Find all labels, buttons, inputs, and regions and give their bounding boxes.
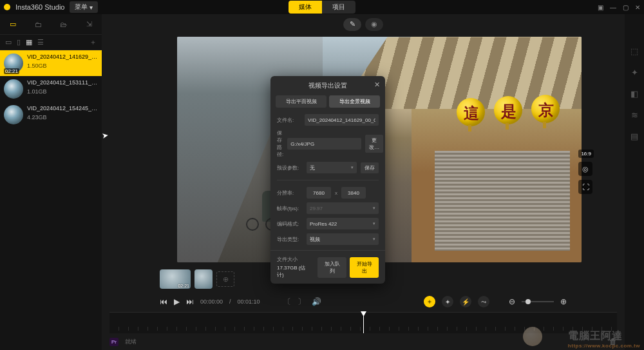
label-resolution: 分辨率: [277,190,303,197]
input-res-height[interactable] [341,187,366,199]
tab-project[interactable]: 项目 [322,1,355,14]
clip-thumbnail[interactable] [194,269,213,289]
status-bar: Pr 就绪 🗑 [102,333,625,350]
add-media-icon[interactable]: ＋ [90,37,97,47]
input-res-width[interactable] [307,187,331,199]
modal-close-icon[interactable]: ✕ [374,81,380,89]
lantern-glyph: 京 [538,100,554,121]
label-codec: 编码格式: [277,220,303,228]
add-clip-button[interactable]: ⊕ [216,271,234,287]
prev-frame-icon[interactable]: ⏮ [160,297,167,306]
select-export-type[interactable]: 视频▾ [307,233,379,245]
save-preset-button[interactable]: 保存 [361,162,379,173]
view-card-icon[interactable]: ▭ [5,38,12,46]
export-settings-modal: 视频导出设置 ✕ 导出平面视频 导出全景视频 文件名: 保存路径: 更改… 预设… [270,76,385,284]
maximize-icon[interactable]: ▢ [623,4,629,11]
rail-color-icon[interactable]: ◧ [630,89,638,99]
menu-label: 菜单 [75,3,88,12]
change-path-button[interactable]: 更改… [365,135,383,153]
media-duration: 02:21 [4,68,19,74]
modal-footer: 文件大小 17.37GB (估计) 加入队列 开始导出 [270,250,385,284]
add-to-queue-button[interactable]: 加入队列 [317,257,346,278]
effects-icon[interactable]: ✦ [442,296,453,307]
menu-button[interactable]: 菜单 ▾ [70,1,98,13]
media-list: 02:21 VID_20240412_141629_00_019.insv 1.… [0,50,102,350]
export-type-tabs: 导出平面视频 导出全景视频 [270,95,385,113]
tab-export-icon[interactable]: ⇲ [77,20,102,28]
media-thumb-icon [4,79,23,99]
mark-in-icon[interactable]: 〔 [283,297,291,307]
right-rail: ⬚ ✦ ◧ ≋ ▤ [625,14,644,350]
minimize-icon[interactable]: — [610,4,616,11]
layout-icon[interactable]: ▣ [598,4,603,11]
keyframe-add-icon[interactable]: ＋ [424,296,435,307]
zoom-in-icon[interactable]: ⊕ [560,297,567,306]
select-fps[interactable]: 29.97▾ [307,202,379,214]
window-controls: ▣ — ▢ ✕ [598,4,640,11]
label-preset: 预设参数: [277,164,303,171]
tab-folder-icon[interactable]: 🗀 [26,21,52,28]
rail-export-icon[interactable]: ⬚ [630,46,638,56]
rail-plugin-icon[interactable]: ✦ [631,68,638,77]
mark-out-icon[interactable]: 〕 [298,297,305,307]
media-filesize: 4.23GB [27,114,98,121]
label-fps: 帧率(fps): [277,205,303,212]
view-mode-icon[interactable]: ◉ [365,18,383,31]
chevron-down-icon: ▾ [373,237,375,242]
playback-controls: ⏮ ▶ ⏭ 00:00:00 / 00:01:10 〔 〕 🔊 ＋ ✦ ⚡ ⤳ … [102,293,625,311]
view-list-icon[interactable]: ☰ [37,38,44,46]
close-icon[interactable]: ✕ [635,4,640,11]
tab-panorama-video[interactable]: 导出全景视频 [329,95,380,108]
aspect-ratio-badge[interactable]: 16:9 [578,150,594,158]
view-thumb-icon[interactable]: ▯ [17,38,21,46]
view-grid-icon[interactable]: ▦ [26,38,32,46]
preview-overlay-controls: 16:9 ◎ ⛶ [578,150,594,194]
media-item[interactable]: 02:21 VID_20240412_141629_00_019.insv 1.… [0,50,102,76]
tab-flat-video[interactable]: 导出平面视频 [276,95,327,108]
fullscreen-icon[interactable]: ⛶ [578,180,592,194]
sidebar: ▭ 🗀 🗁 ⇲ ▭ ▯ ▦ ☰ ＋ 02:21 VID_20240412_141… [0,14,102,350]
premiere-plugin-icon[interactable]: Pr [109,338,118,346]
playhead[interactable] [363,313,364,333]
media-item[interactable]: VID_20240412_153111_00_039.insv 1.01GB [0,76,102,102]
input-savepath[interactable] [287,138,361,150]
clip-thumbnail[interactable]: 02:21 [160,269,191,289]
tab-folder2-icon[interactable]: 🗁 [51,21,77,28]
media-filesize: 1.01GB [27,88,98,95]
start-export-button[interactable]: 开始导出 [350,257,379,278]
next-frame-icon[interactable]: ⏭ [186,297,194,306]
edit-mode-icon[interactable]: ✎ [343,18,361,31]
zoom-out-icon[interactable]: ⊖ [509,297,515,306]
tab-media[interactable]: 媒体 [289,1,322,14]
select-codec[interactable]: ProRes 422▾ [307,218,379,229]
chevron-down-icon: ▾ [373,221,375,226]
chevron-down-icon: ▾ [90,4,93,11]
volume-icon[interactable]: 🔊 [312,297,321,306]
lantern-glyph: 是 [501,101,516,122]
label-filename: 文件名: [277,117,301,124]
recenter-icon[interactable]: ◎ [578,162,592,176]
input-filename[interactable] [305,114,379,126]
select-preset[interactable]: 无▾ [307,162,357,173]
play-icon[interactable]: ▶ [174,297,180,306]
scene-shutter [435,151,570,251]
tab-image-icon[interactable]: ▭ [0,20,26,28]
label-export-type: 导出类型: [277,236,303,243]
trash-icon[interactable]: 🗑 [609,337,617,346]
media-filename: VID_20240412_141629_00_019.insv [27,53,98,60]
rail-adjust-icon[interactable]: ≋ [631,110,638,120]
media-item[interactable]: VID_20240412_154245_00_042.insv 4.23GB [0,102,102,128]
app-title: Insta360 Studio [15,3,64,11]
modal-header: 视频导出设置 ✕ [270,76,385,95]
x-separator: x [335,190,337,196]
rail-layers-icon[interactable]: ▤ [630,131,638,141]
zoom-slider[interactable] [522,301,554,302]
modal-title: 视频导出设置 [308,81,347,90]
filesize-value: 17.37GB (估计) [277,264,311,278]
media-filesize: 1.50GB [27,63,98,69]
timeline[interactable] [109,312,617,333]
flash-icon[interactable]: ⚡ [460,296,471,307]
lantern-glyph: 這 [464,103,479,124]
top-tabs: 媒体 项目 [289,1,355,14]
speed-icon[interactable]: ⤳ [478,296,489,307]
